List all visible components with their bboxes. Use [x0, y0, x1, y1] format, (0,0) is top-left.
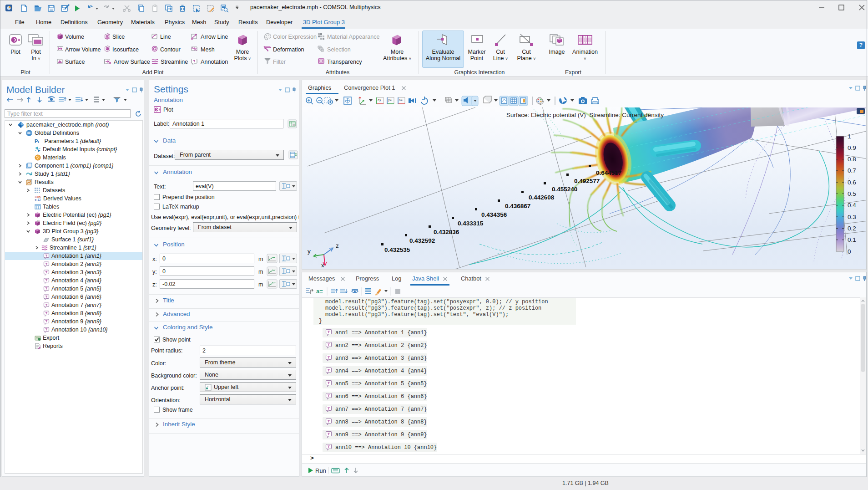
svg-text:0.432535: 0.432535: [384, 246, 410, 253]
svg-text:y: y: [308, 248, 311, 255]
svg-text:Run: Run: [315, 467, 326, 474]
svg-text:0.2: 0.2: [848, 225, 856, 232]
svg-text:0.4: 0.4: [848, 202, 856, 209]
svg-text:0: 0: [848, 248, 851, 255]
svg-text:0.442608: 0.442608: [529, 194, 555, 201]
svg-text:1: 1: [848, 133, 851, 140]
svg-text:z: z: [336, 242, 339, 249]
svg-text:0.6: 0.6: [848, 179, 856, 186]
svg-text:0.436867: 0.436867: [505, 203, 530, 209]
svg-text:0.432592: 0.432592: [409, 237, 435, 244]
svg-text:0.7: 0.7: [848, 167, 856, 174]
svg-text:x: x: [321, 262, 324, 269]
svg-text:0.3: 0.3: [848, 214, 856, 220]
svg-text:0.8: 0.8: [848, 156, 856, 163]
svg-text:yz: yz: [388, 97, 392, 102]
svg-text:0.644517: 0.644517: [596, 169, 621, 176]
svg-text:0.432836: 0.432836: [434, 229, 459, 235]
svg-text:0.433315: 0.433315: [458, 220, 484, 227]
svg-text:xy: xy: [378, 97, 381, 102]
svg-text:0.455240: 0.455240: [552, 186, 577, 193]
svg-text:Surface: Electric potential (V: Surface: Electric potential (V) Streamli…: [506, 112, 664, 118]
svg-text:0.5: 0.5: [848, 190, 856, 197]
svg-text:xz: xz: [399, 97, 403, 102]
svg-text:0.434356: 0.434356: [481, 211, 507, 218]
svg-text:0.492577: 0.492577: [574, 178, 600, 184]
svg-text:a=: a=: [316, 288, 323, 295]
svg-text:0.9: 0.9: [848, 144, 856, 151]
svg-text:0.1: 0.1: [848, 236, 856, 243]
